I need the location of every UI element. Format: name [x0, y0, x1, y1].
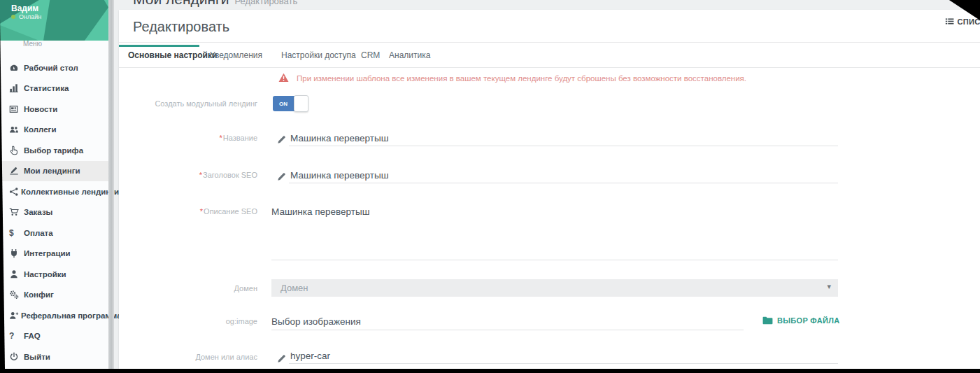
sidebar-item-label: Конфиг — [24, 290, 54, 299]
sidebar-item-label: Оплата — [24, 229, 53, 237]
module-toggle-label: Создать модульный лендинг — [119, 99, 257, 108]
sidebar: Вадим Онлайн Меню Рабочий стол Статистик… — [0, 0, 108, 369]
sidebar-item-config[interactable]: Конфиг — [0, 285, 108, 306]
domain-select[interactable]: Домен ▾ — [271, 279, 838, 297]
name-input[interactable]: Машинка перевертыш — [290, 133, 388, 143]
sidebar-menu: Рабочий стол Статистика Новости Коллеги … — [0, 57, 108, 367]
sidebar-item-label: Рабочий стол — [24, 64, 78, 72]
sidebar-item-label: Новости — [24, 105, 57, 113]
sidebar-user-panel: Вадим Онлайн — [0, 0, 108, 41]
toggle-on-label: ON — [273, 96, 294, 111]
template-warning: При изменении шаблона все изменения в ва… — [278, 73, 746, 83]
seo-title-input[interactable]: Машинка перевертыш — [290, 170, 388, 181]
sidebar-item-label: Интеграции — [24, 249, 71, 258]
pencil-icon — [277, 134, 287, 144]
pencil-icon — [277, 171, 287, 181]
sidebar-item-payment[interactable]: $ Оплата — [0, 223, 108, 244]
screen-edge — [0, 369, 980, 373]
sidebar-item-label: FAQ — [24, 332, 41, 340]
user-plus-icon — [9, 311, 19, 321]
sidebar-item-stats[interactable]: Статистика — [0, 78, 108, 99]
og-image-input[interactable]: Выбор изображения — [271, 316, 361, 327]
chevron-down-icon: ▾ — [827, 282, 831, 291]
sidebar-item-label: Настройки — [24, 270, 66, 279]
tab-main-settings[interactable]: Основные настройки — [128, 43, 217, 67]
tab-analytics[interactable]: Аналитика — [389, 43, 430, 67]
og-image-label: og:image — [119, 317, 257, 325]
choose-file-label: ВЫБОР ФАЙЛА — [777, 316, 840, 325]
sidebar-item-label: Статистика — [24, 84, 69, 92]
seo-title-label: Заголовок SEO — [119, 171, 257, 179]
pencil-icon — [277, 353, 287, 363]
sidebar-item-tariff[interactable]: Выбор тарифа — [0, 140, 108, 161]
input-underline — [289, 363, 838, 364]
page-subtitle: Редактировать — [234, 0, 297, 6]
sidebar-item-my-landings[interactable]: Мои лендинги — [0, 161, 108, 182]
menu-section-label: Меню — [23, 40, 42, 48]
card-title: Редактировать — [133, 19, 229, 35]
sidebar-item-label: Коллективные лендинги — [21, 188, 119, 196]
tab-notifications[interactable]: Уведомления — [210, 43, 262, 67]
edit-card: Редактировать СПИСОК Основные настройки … — [119, 10, 980, 369]
domain-label: Домен — [119, 284, 257, 293]
folder-icon — [762, 316, 773, 325]
warning-icon — [278, 73, 289, 83]
user-icon — [9, 269, 22, 279]
name-label: Название — [119, 134, 257, 142]
warning-text: При изменении шаблона все изменения в ва… — [297, 73, 746, 83]
user-status-label: Онлайн — [19, 13, 41, 20]
sidebar-scrollbar[interactable] — [108, 0, 114, 369]
seo-description-label: Описание SEO — [119, 207, 257, 216]
sidebar-item-settings[interactable]: Настройки — [0, 264, 108, 285]
domain-select-placeholder: Домен — [280, 283, 308, 293]
app-window: Мои лендингиРедактировать Вадим Онлайн М… — [0, 0, 980, 373]
sidebar-item-integrations[interactable]: Интеграции — [0, 244, 108, 265]
tab-crm[interactable]: CRM — [361, 43, 380, 67]
domain-alias-label: Домен или алиас — [119, 353, 257, 361]
plug-icon — [9, 248, 22, 258]
list-view-label: СПИСОК — [958, 17, 980, 26]
sidebar-item-news[interactable]: Новости — [0, 99, 108, 120]
sidebar-item-orders[interactable]: Заказы — [0, 202, 108, 223]
tab-bar: Основные настройки Уведомления Настройки… — [119, 43, 980, 67]
input-underline — [271, 260, 838, 260]
list-view-button[interactable]: СПИСОК — [945, 17, 980, 26]
tab-access-settings[interactable]: Настройки доступа — [281, 43, 356, 67]
question-icon: ? — [9, 331, 22, 341]
module-toggle[interactable]: ON — [273, 96, 308, 111]
power-icon — [9, 352, 22, 362]
newspaper-icon — [9, 104, 22, 114]
seo-description-textarea[interactable]: Машинка перевертыш — [271, 206, 369, 217]
breadcrumb: Мои лендингиРедактировать — [133, 0, 297, 8]
input-underline — [289, 183, 838, 183]
domain-alias-input[interactable]: hyper-car — [290, 351, 330, 361]
cart-icon — [9, 207, 22, 217]
dollar-icon: $ — [9, 228, 22, 238]
sidebar-item-dashboard[interactable]: Рабочий стол — [0, 57, 108, 78]
list-icon — [945, 17, 954, 26]
sidebar-item-label: Мои лендинги — [24, 167, 80, 175]
sidebar-item-label: Выбор тарифа — [24, 146, 83, 155]
input-underline — [271, 330, 744, 330]
choose-file-button[interactable]: ВЫБОР ФАЙЛА — [762, 316, 840, 325]
sidebar-item-colleagues[interactable]: Коллеги — [0, 120, 108, 141]
sidebar-item-referral[interactable]: Реферальная программа — [0, 305, 108, 326]
gears-icon — [9, 290, 22, 300]
sidebar-item-collective-landings[interactable]: Коллективные лендинги — [0, 181, 108, 202]
user-status: Онлайн — [11, 13, 41, 20]
sidebar-item-label: Заказы — [24, 208, 52, 216]
divider — [119, 67, 980, 68]
input-underline — [289, 146, 838, 146]
sidebar-item-logout[interactable]: Выйти — [0, 346, 108, 367]
sidebar-item-faq[interactable]: ? FAQ — [0, 326, 108, 347]
online-status-icon — [11, 15, 15, 19]
user-name: Вадим — [11, 3, 38, 13]
edit-icon — [9, 166, 22, 176]
sidebar-item-label: Выйти — [24, 353, 50, 361]
sidebar-item-label: Реферальная программа — [21, 311, 122, 320]
toggle-knob — [294, 95, 308, 112]
sidebar-item-label: Коллеги — [24, 125, 56, 134]
page-title: Мои лендинги — [133, 0, 229, 7]
dashboard-icon — [9, 63, 22, 73]
users-icon — [9, 125, 22, 134]
